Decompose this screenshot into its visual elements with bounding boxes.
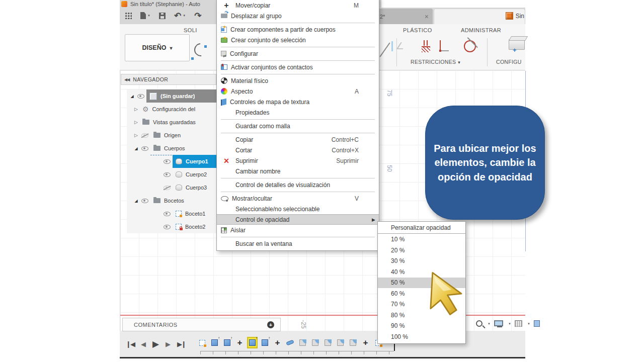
menu-item[interactable]: Guardar como malla ▶ (217, 121, 379, 131)
expander-icon[interactable] (129, 94, 135, 99)
tree-row[interactable]: Cuerpo3 (127, 181, 216, 194)
viewport-layout-icon[interactable] (534, 320, 540, 327)
tree-row[interactable]: Boceto1 (127, 207, 216, 220)
menu-item[interactable]: Controles de mapa de textura ▶ (217, 97, 379, 107)
expander-icon[interactable] (133, 146, 139, 151)
playback-button-icon[interactable] (152, 340, 159, 348)
menu-item[interactable]: Crear conjunto de selección ▶ (217, 35, 379, 45)
tree-row[interactable]: Boceto2 (127, 220, 216, 233)
visibility-eye-icon[interactable] (139, 133, 150, 138)
zoom-icon[interactable] (476, 320, 482, 327)
ground-constraint-icon[interactable] (422, 46, 430, 52)
file-menu-icon[interactable] (140, 12, 150, 19)
add-comment-icon[interactable]: + (267, 321, 274, 328)
menu-item[interactable]: Control de opacidad ▶ (217, 214, 379, 225)
opacity-option[interactable]: Personalizar opacidad (378, 223, 465, 234)
opacity-option[interactable]: 100 % (378, 331, 465, 342)
timeline-feature-icon[interactable] (210, 338, 219, 347)
menu-item[interactable]: Desplazar al grupo ▶ (217, 11, 379, 21)
timeline-feature-icon[interactable] (336, 338, 345, 347)
menu-item[interactable]: Seleccionable/no seleccionable ▶ (217, 204, 379, 214)
collapse-panel-icon[interactable]: ◀◀ (124, 77, 129, 82)
grid-settings-icon[interactable] (515, 320, 522, 327)
visibility-eye-icon[interactable] (162, 172, 173, 177)
tree-row[interactable]: Configuración del (127, 103, 216, 116)
timeline-feature-icon[interactable] (261, 338, 269, 347)
save-icon[interactable] (159, 13, 166, 19)
visibility-eye-icon[interactable] (162, 186, 173, 190)
display-settings-icon[interactable] (494, 320, 503, 326)
app-grid-icon[interactable] (125, 12, 132, 19)
document-tab-inactive[interactable]: 2* × (376, 9, 433, 24)
menu-item[interactable]: Cambiar nombre ▶ (217, 166, 379, 176)
tree-row[interactable]: (Sin guardar) (127, 89, 216, 103)
timeline-feature-icon[interactable] (349, 338, 357, 347)
tree-row[interactable]: Vistas guardadas (127, 116, 216, 129)
menu-item[interactable]: Cortar Control+X ▶ (217, 145, 379, 155)
menu-item[interactable]: Mostrar/ocultar V ▶ (217, 193, 379, 204)
menu-item[interactable]: Copiar Control+C ▶ (217, 134, 379, 145)
expander-icon[interactable] (133, 198, 139, 203)
grid-dropdown-icon[interactable] (526, 319, 530, 328)
comments-bar[interactable]: COMENTARIOS + (122, 318, 281, 331)
tree-row[interactable]: Bocetos (127, 194, 216, 207)
timeline-feature-icon[interactable] (298, 338, 307, 347)
timeline-feature-icon[interactable] (198, 338, 206, 347)
sketch-arc-icon[interactable] (192, 41, 210, 59)
menu-item[interactable]: Crear componentes a partir de cuerpos ▶ (217, 24, 379, 35)
close-icon[interactable]: × (425, 13, 429, 20)
timeline-feature-icon[interactable] (286, 338, 294, 347)
menu-item[interactable]: Propiedades ▶ (217, 107, 379, 118)
zoom-dropdown-icon[interactable] (486, 319, 491, 328)
perpendicular-constraint-icon[interactable] (440, 40, 449, 51)
playback-button-icon[interactable] (166, 341, 171, 347)
visibility-eye-icon[interactable] (139, 146, 150, 151)
tab-solido[interactable]: SOLI (184, 27, 197, 33)
configure-box-icon[interactable] (509, 39, 525, 50)
design-workspace-button[interactable]: DISEÑO (125, 34, 190, 61)
opacity-option[interactable]: 20 % (378, 245, 465, 256)
configurar-group-label[interactable]: CONFIGU (496, 59, 522, 65)
tree-row[interactable]: Origen (127, 129, 216, 142)
menu-item[interactable]: Mover/copiar M ▶ (217, 0, 379, 11)
timeline-feature-icon[interactable] (361, 338, 370, 347)
opacity-option[interactable]: 90 % (378, 321, 465, 332)
menu-item[interactable]: Suprimir Suprimir ▶ (217, 155, 379, 166)
menu-item[interactable]: Buscar en la ventana ▶ (217, 238, 379, 249)
menu-item[interactable]: Aspecto A ▶ (217, 86, 379, 97)
dimension-constraint-icon[interactable]: ∠ (395, 40, 404, 52)
expander-icon[interactable] (133, 133, 139, 138)
visibility-eye-icon[interactable] (162, 159, 173, 164)
restricciones-group-label[interactable]: RESTRICCIONES (411, 59, 460, 65)
timeline-feature-icon[interactable] (324, 338, 332, 347)
expander-icon[interactable] (133, 120, 139, 125)
menu-item[interactable]: Material físico ▶ (217, 75, 379, 86)
menu-item[interactable]: Aislar ▶ (217, 225, 379, 235)
timeline-feature-icon[interactable] (223, 338, 231, 347)
display-dropdown-icon[interactable] (507, 319, 511, 328)
menu-item[interactable]: Control de detalles de visualización ▶ (217, 179, 379, 190)
redo-icon[interactable] (194, 11, 201, 21)
tab-administrar[interactable]: ADMINISTRAR (461, 27, 501, 33)
playback-button-icon[interactable] (126, 341, 134, 347)
navigator-header[interactable]: ◀◀ NAVEGADOR (121, 74, 216, 85)
timeline-feature-icon[interactable] (311, 338, 319, 347)
tree-row[interactable]: Cuerpo2 (127, 168, 216, 181)
playback-button-icon[interactable] (141, 341, 146, 347)
timeline-feature-icon[interactable] (248, 338, 257, 347)
playback-button-icon[interactable] (177, 341, 186, 347)
opacity-option[interactable]: 30 % (378, 256, 465, 267)
timeline-feature-icon[interactable] (235, 338, 244, 347)
menu-item[interactable]: Activar conjuntos de contactos ▶ (217, 62, 379, 72)
document-tab-active[interactable]: Sin (434, 9, 525, 24)
visibility-eye-icon[interactable] (162, 212, 173, 216)
tab-plastico[interactable]: PLÁSTICO (403, 27, 432, 33)
visibility-eye-icon[interactable] (139, 199, 150, 203)
menu-item[interactable]: Configurar ▶ (217, 48, 379, 59)
timeline-feature-icon[interactable] (273, 338, 282, 347)
undo-icon[interactable] (174, 11, 186, 21)
opacity-option[interactable]: 10 % (378, 234, 465, 245)
tangent-constraint-icon[interactable] (464, 40, 476, 52)
visibility-eye-icon[interactable] (162, 225, 173, 229)
visibility-eye-icon[interactable] (135, 94, 146, 99)
